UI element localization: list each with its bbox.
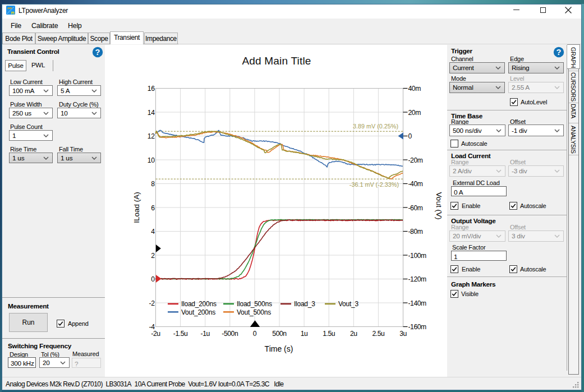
svg-text:Vout_200ns: Vout_200ns: [181, 308, 215, 316]
svg-text:16: 16: [148, 85, 155, 93]
svg-text:3u: 3u: [399, 330, 407, 338]
svg-text:0: 0: [151, 275, 155, 283]
svg-text:-120m: -120m: [408, 275, 427, 283]
svg-text:Vout_500ns: Vout_500ns: [237, 308, 271, 316]
svg-text:2: 2: [151, 252, 155, 260]
svg-text:Time (s): Time (s): [265, 344, 293, 353]
svg-text:ILoad (A): ILoad (A): [132, 192, 141, 223]
svg-text:0: 0: [408, 132, 412, 140]
svg-text:Iload_200ns: Iload_200ns: [181, 300, 217, 308]
svg-text:-60m: -60m: [408, 204, 423, 212]
svg-text:Vout (V): Vout (V): [435, 192, 443, 220]
svg-text:Vout_3: Vout_3: [338, 300, 358, 308]
svg-text:20m: 20m: [408, 109, 421, 117]
svg-text:12: 12: [148, 132, 155, 140]
svg-text:-100m: -100m: [408, 252, 427, 260]
svg-text:-40m: -40m: [408, 180, 423, 188]
svg-text:8: 8: [151, 180, 155, 188]
svg-text:40m: 40m: [408, 85, 421, 93]
svg-text:?: ?: [95, 48, 100, 57]
svg-text:-2u: -2u: [151, 330, 160, 338]
svg-text:1u: 1u: [301, 330, 308, 338]
svg-text:3.89 mV (0.25%): 3.89 mV (0.25%): [353, 123, 398, 130]
svg-text:10: 10: [148, 156, 155, 164]
svg-text:6: 6: [151, 204, 155, 212]
svg-text:?: ?: [557, 48, 562, 57]
svg-text:-500n: -500n: [222, 330, 238, 338]
svg-text:Iload_3: Iload_3: [294, 300, 315, 308]
svg-text:-2: -2: [149, 299, 155, 307]
svg-text:-20m: -20m: [408, 156, 423, 164]
svg-text:4: 4: [151, 228, 155, 236]
svg-text:-160m: -160m: [408, 323, 427, 331]
svg-text:-36.1 mV (-2.33%): -36.1 mV (-2.33%): [350, 181, 399, 188]
svg-text:1.5u: 1.5u: [323, 330, 335, 338]
svg-text:Add Main Title: Add Main Title: [242, 55, 311, 67]
svg-text:2u: 2u: [350, 330, 357, 338]
svg-text:-140m: -140m: [408, 299, 427, 307]
svg-text:-1u: -1u: [201, 330, 210, 338]
svg-text:14: 14: [148, 109, 155, 117]
svg-text:Iload_500ns: Iload_500ns: [237, 300, 272, 308]
svg-text:-1.5u: -1.5u: [173, 330, 188, 338]
svg-text:500n: 500n: [272, 330, 286, 338]
svg-text:2.5u: 2.5u: [372, 330, 384, 338]
svg-text:-80m: -80m: [408, 228, 423, 236]
svg-text:0: 0: [253, 330, 257, 338]
